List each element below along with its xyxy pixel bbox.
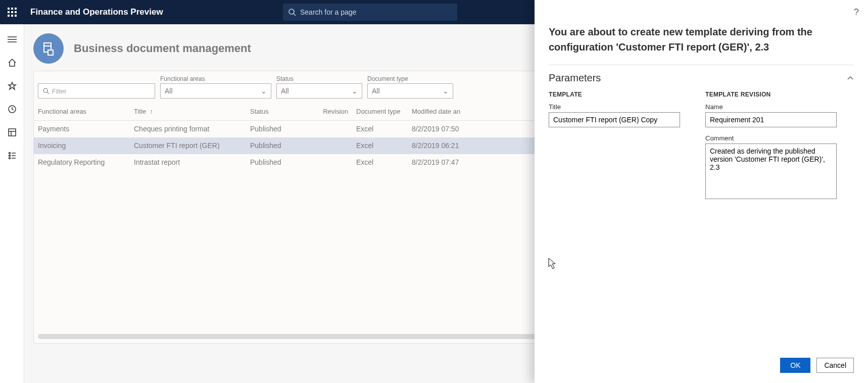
col-status[interactable]: Status [246, 103, 317, 121]
table-cell: Published [246, 137, 317, 154]
svg-point-20 [9, 158, 10, 159]
svg-line-10 [294, 14, 296, 16]
svg-rect-0 [8, 8, 10, 10]
table-cell: Excel [352, 121, 408, 137]
svg-rect-25 [48, 50, 53, 55]
svg-rect-8 [15, 15, 17, 17]
svg-point-9 [289, 9, 294, 14]
chevron-up-icon[interactable] [847, 75, 854, 82]
table-cell [317, 154, 352, 171]
panel-title: You are about to create new template der… [549, 24, 854, 55]
svg-point-19 [9, 155, 10, 157]
table-cell: Payments [34, 121, 130, 137]
table-cell: Intrastat report [130, 154, 246, 171]
functional-areas-dropdown[interactable]: All ⌄ [160, 83, 271, 99]
new-template-panel: ? You are about to create new template d… [535, 0, 868, 383]
chevron-down-icon: ⌄ [352, 87, 358, 95]
workspaces-icon[interactable] [4, 124, 20, 140]
ok-button[interactable]: OK [780, 358, 810, 373]
svg-point-18 [9, 153, 10, 154]
waffle-icon[interactable] [0, 0, 24, 24]
grid-filter-input[interactable] [38, 83, 155, 99]
recent-icon[interactable] [4, 101, 20, 117]
status-filter-label: Status [276, 75, 362, 82]
template-title-label: Title [549, 103, 680, 111]
doctype-dropdown[interactable]: All ⌄ [367, 83, 453, 99]
svg-point-26 [43, 88, 47, 92]
functional-areas-value: All [165, 87, 173, 95]
search-input[interactable] [300, 8, 452, 16]
help-icon[interactable]: ? [854, 7, 859, 18]
filter-text-input[interactable] [52, 87, 151, 95]
svg-rect-1 [11, 8, 13, 10]
doctype-filter-label: Document type [367, 75, 453, 82]
revision-comment-label: Comment [705, 134, 837, 142]
doctype-value: All [372, 87, 380, 95]
col-functional-areas[interactable]: Functional areas [34, 103, 130, 121]
chevron-down-icon: ⌄ [261, 87, 267, 95]
svg-rect-4 [11, 11, 13, 13]
page-title: Business document management [74, 42, 251, 55]
home-icon[interactable] [4, 55, 20, 71]
cancel-button[interactable]: Cancel [816, 358, 854, 373]
revision-heading: TEMPLATE REVISION [705, 91, 837, 98]
svg-rect-6 [8, 15, 10, 17]
nav-expand-icon[interactable] [4, 31, 20, 47]
revision-comment-input[interactable] [705, 143, 837, 199]
favorites-icon[interactable] [4, 78, 20, 94]
divider [549, 65, 854, 65]
col-revision[interactable]: Revision [317, 103, 352, 121]
status-value: All [281, 87, 289, 95]
svg-rect-15 [9, 129, 16, 136]
modules-icon[interactable] [4, 148, 20, 164]
functional-areas-label: Functional areas [160, 75, 271, 82]
col-title-label: Title [134, 108, 146, 115]
table-cell: Regulatory Reporting [34, 154, 130, 171]
table-cell [317, 121, 352, 137]
sort-asc-icon: ↑ [148, 108, 153, 115]
table-cell: Cheques printing format [130, 121, 246, 137]
svg-rect-7 [11, 15, 13, 17]
parameters-section-heading: Parameters [549, 72, 601, 84]
col-title[interactable]: Title ↑ [130, 103, 246, 121]
app-title: Finance and Operations Preview [30, 7, 163, 17]
template-title-input[interactable] [549, 112, 680, 127]
revision-name-label: Name [705, 103, 837, 111]
left-nav [0, 24, 24, 383]
table-cell: Excel [352, 137, 408, 154]
col-doctype[interactable]: Document type [352, 103, 408, 121]
table-cell: Excel [352, 154, 408, 171]
page-icon [33, 33, 64, 64]
chevron-down-icon: ⌄ [443, 87, 449, 95]
search-icon [288, 8, 296, 16]
table-cell: Invoicing [34, 137, 130, 154]
status-dropdown[interactable]: All ⌄ [276, 83, 362, 99]
table-cell: Customer FTI report (GER) [130, 137, 246, 154]
search-box[interactable] [283, 4, 457, 21]
svg-rect-5 [15, 11, 17, 13]
table-cell: Published [246, 154, 317, 171]
svg-rect-3 [8, 11, 10, 13]
table-cell [317, 137, 352, 154]
svg-line-27 [47, 92, 49, 94]
svg-rect-2 [15, 8, 17, 10]
template-heading: TEMPLATE [549, 91, 680, 98]
table-cell: Published [246, 121, 317, 137]
revision-name-input[interactable] [705, 112, 837, 127]
